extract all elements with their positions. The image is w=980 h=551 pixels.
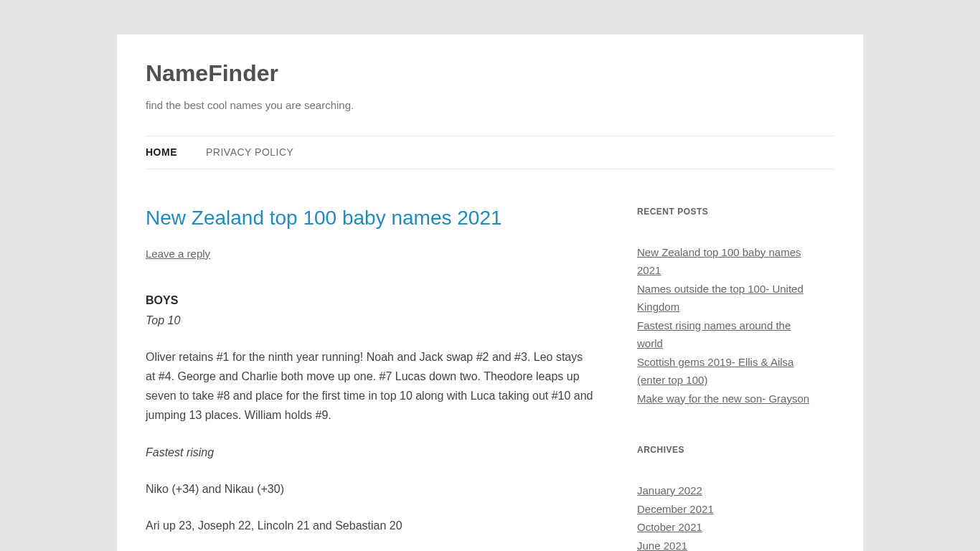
recent-posts-title: RECENT POSTS — [637, 205, 816, 218]
post-body: BOYS Top 10 Oliver retains #1 for the ni… — [146, 291, 594, 551]
fastest-rising-label: Fastest rising — [146, 446, 214, 458]
archive-link[interactable]: June 2021 — [637, 540, 687, 552]
recent-post-link[interactable]: Names outside the top 100- United Kingdo… — [637, 283, 804, 314]
archive-link[interactable]: January 2022 — [637, 484, 702, 496]
rising-p1: Niko (+34) and Nikau (+30) — [146, 479, 594, 499]
recent-post-link[interactable]: Make way for the new son- Grayson — [637, 392, 809, 405]
boys-heading: BOYS — [146, 294, 178, 306]
site-tagline: find the best cool names you are searchi… — [146, 98, 834, 114]
archive-link[interactable]: October 2021 — [637, 521, 702, 533]
archive-link[interactable]: December 2021 — [637, 503, 714, 515]
main-content: New Zealand top 100 baby names 2021 Leav… — [146, 205, 594, 552]
site-title[interactable]: NameFinder — [146, 56, 834, 90]
main-nav: HOME PRIVACY POLICY — [146, 136, 834, 169]
nav-home[interactable]: HOME — [146, 136, 177, 169]
leave-reply-link[interactable]: Leave a reply — [146, 246, 210, 263]
top10-label: Top 10 — [146, 314, 180, 326]
archives-widget: ARCHIVES January 2022 December 2021 Octo… — [637, 443, 816, 551]
recent-post-link[interactable]: New Zealand top 100 baby names 2021 — [637, 246, 801, 277]
recent-post-link[interactable]: Fastest rising names around the world — [637, 319, 791, 350]
rising-p2: Ari up 23, Joseph 22, Lincoln 21 and Seb… — [146, 516, 594, 535]
sidebar: RECENT POSTS New Zealand top 100 baby na… — [637, 205, 816, 552]
recent-posts-widget: RECENT POSTS New Zealand top 100 baby na… — [637, 205, 816, 408]
site-header: NameFinder find the best cool names you … — [146, 34, 834, 114]
nav-privacy-policy[interactable]: PRIVACY POLICY — [206, 136, 293, 169]
archives-title: ARCHIVES — [637, 443, 816, 456]
post-title[interactable]: New Zealand top 100 baby names 2021 — [146, 205, 594, 231]
top10-paragraph: Oliver retains #1 for the ninth year run… — [146, 347, 594, 425]
recent-post-link[interactable]: Scottish gems 2019- Ellis & Ailsa (enter… — [637, 356, 793, 387]
